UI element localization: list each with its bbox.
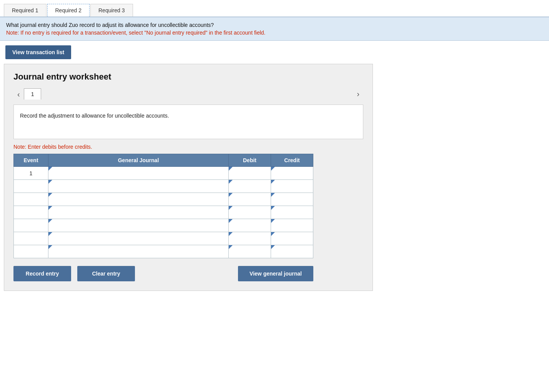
event-cell: 1 bbox=[14, 167, 48, 180]
col-header-journal: General Journal bbox=[48, 154, 229, 167]
debit-cell[interactable] bbox=[229, 245, 271, 258]
cell-indicator-icon bbox=[271, 180, 275, 184]
cell-indicator-icon bbox=[271, 245, 275, 249]
event-cell bbox=[14, 245, 48, 258]
debits-note: Note: Enter debits before credits. bbox=[13, 144, 363, 150]
cell-indicator-icon bbox=[271, 193, 275, 197]
cell-indicator-icon bbox=[48, 206, 52, 210]
debit-cell[interactable] bbox=[229, 206, 271, 219]
cell-indicator-icon bbox=[48, 245, 52, 249]
next-arrow-button[interactable]: › bbox=[353, 88, 363, 100]
event-cell bbox=[14, 180, 48, 193]
table-row bbox=[14, 206, 313, 219]
credit-cell[interactable] bbox=[271, 219, 313, 232]
question-main-text: What journal entry should Zuo record to … bbox=[6, 22, 543, 28]
credit-cell[interactable] bbox=[271, 232, 313, 245]
view-transaction-container: View transaction list bbox=[5, 45, 71, 59]
cell-indicator-icon bbox=[229, 232, 233, 236]
journal-table: Event General Journal Debit Credit 1 bbox=[13, 154, 313, 258]
table-row bbox=[14, 193, 313, 206]
debit-cell[interactable] bbox=[229, 232, 271, 245]
credit-cell[interactable] bbox=[271, 167, 313, 180]
cell-indicator-icon bbox=[229, 206, 233, 210]
col-header-event: Event bbox=[14, 154, 48, 167]
debit-cell[interactable] bbox=[229, 167, 271, 180]
debit-cell[interactable] bbox=[229, 180, 271, 193]
description-box: Record the adjustment to allowance for u… bbox=[13, 105, 363, 139]
event-cell bbox=[14, 206, 48, 219]
nav-row: ‹ 1 › bbox=[13, 88, 363, 100]
cell-indicator-icon bbox=[48, 193, 52, 197]
cell-indicator-icon bbox=[229, 193, 233, 197]
journal-cell[interactable] bbox=[48, 206, 229, 219]
tab-required-3[interactable]: Required 3 bbox=[90, 4, 133, 17]
journal-cell[interactable] bbox=[48, 193, 229, 206]
cell-indicator-icon bbox=[271, 167, 275, 171]
worksheet-title: Journal entry worksheet bbox=[13, 72, 363, 82]
question-banner: What journal entry should Zuo record to … bbox=[0, 17, 549, 41]
cell-indicator-icon bbox=[271, 206, 275, 210]
event-cell bbox=[14, 219, 48, 232]
journal-cell[interactable] bbox=[48, 219, 229, 232]
journal-cell[interactable] bbox=[48, 180, 229, 193]
clear-entry-button[interactable]: Clear entry bbox=[77, 266, 135, 281]
table-row bbox=[14, 219, 313, 232]
cell-indicator-icon bbox=[48, 219, 52, 223]
journal-cell[interactable] bbox=[48, 232, 229, 245]
cell-indicator-icon bbox=[271, 219, 275, 223]
col-header-debit: Debit bbox=[229, 154, 271, 167]
view-general-journal-button[interactable]: View general journal bbox=[238, 266, 313, 281]
prev-arrow-button[interactable]: ‹ bbox=[13, 89, 24, 100]
event-cell bbox=[14, 193, 48, 206]
cell-indicator-icon bbox=[229, 219, 233, 223]
table-row bbox=[14, 245, 313, 258]
credit-cell[interactable] bbox=[271, 206, 313, 219]
cell-indicator-icon bbox=[271, 232, 275, 236]
debit-cell[interactable] bbox=[229, 219, 271, 232]
cell-indicator-icon bbox=[229, 180, 233, 184]
tab-required-2[interactable]: Required 2 bbox=[47, 4, 90, 17]
table-row bbox=[14, 180, 313, 193]
cell-indicator-icon bbox=[48, 232, 52, 236]
credit-cell[interactable] bbox=[271, 193, 313, 206]
cell-indicator-icon bbox=[48, 180, 52, 184]
cell-indicator-icon bbox=[229, 167, 233, 171]
col-header-credit: Credit bbox=[271, 154, 313, 167]
cell-indicator-icon bbox=[48, 167, 52, 171]
journal-cell[interactable] bbox=[48, 167, 229, 180]
tabs-bar: Required 1 Required 2 Required 3 bbox=[0, 0, 549, 17]
credit-cell[interactable] bbox=[271, 180, 313, 193]
event-cell bbox=[14, 232, 48, 245]
worksheet-container: Journal entry worksheet ‹ 1 › Record the… bbox=[4, 64, 373, 291]
record-entry-button[interactable]: Record entry bbox=[13, 266, 71, 281]
view-transaction-button[interactable]: View transaction list bbox=[5, 45, 71, 59]
credit-cell[interactable] bbox=[271, 245, 313, 258]
table-row bbox=[14, 232, 313, 245]
table-row: 1 bbox=[14, 167, 313, 180]
tab-required-1[interactable]: Required 1 bbox=[4, 4, 47, 17]
action-buttons: Record entry Clear entry View general jo… bbox=[13, 266, 313, 281]
cell-indicator-icon bbox=[229, 245, 233, 249]
journal-cell[interactable] bbox=[48, 245, 229, 258]
debit-cell[interactable] bbox=[229, 193, 271, 206]
tab-number-display: 1 bbox=[24, 88, 42, 100]
question-note-text: Note: If no entry is required for a tran… bbox=[6, 30, 543, 36]
